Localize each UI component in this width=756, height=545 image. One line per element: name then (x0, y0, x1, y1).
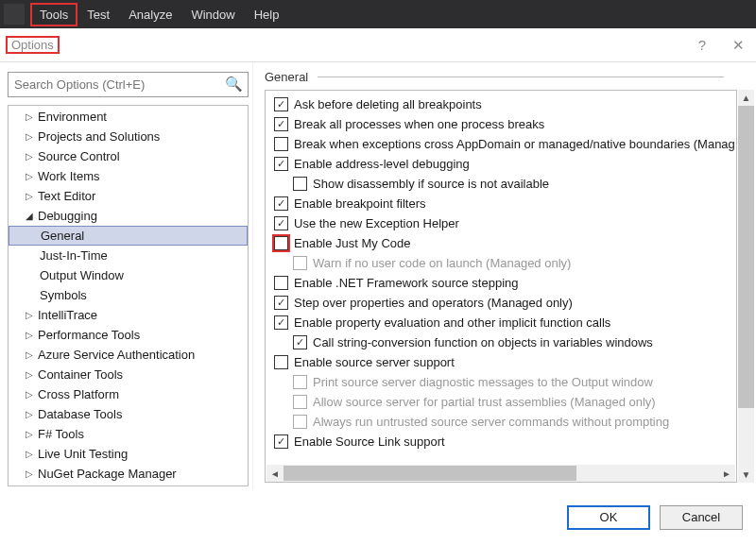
tree-item-label: Debugging (37, 209, 97, 223)
checkbox[interactable]: ✓ (274, 296, 288, 310)
checkbox[interactable]: ✓ (274, 117, 288, 131)
tree-item-environment[interactable]: ▷Environment (9, 107, 248, 127)
checkbox (293, 415, 307, 429)
dialog-footer: OK Cancel (0, 490, 756, 545)
tree-item-nuget-package-manager[interactable]: ▷NuGet Package Manager (9, 464, 248, 484)
option-row: ✓Ask before deleting all breakpoints (266, 94, 735, 114)
chevron-right-icon[interactable]: ▷ (26, 369, 37, 380)
tree-item-azure-service-authentication[interactable]: ▷Azure Service Authentication (9, 345, 248, 365)
checkbox[interactable] (274, 355, 288, 369)
tree-item-work-items[interactable]: ▷Work Items (9, 166, 248, 186)
menu-item-analyze[interactable]: Analyze (119, 3, 181, 26)
option-row: ✓Break all processes when one process br… (266, 114, 735, 134)
scroll-up-icon[interactable]: ▲ (738, 90, 754, 106)
section-title: General (265, 70, 308, 84)
tree-item-cross-platform[interactable]: ▷Cross Platform (9, 384, 248, 404)
menu-item-window[interactable]: Window (181, 3, 244, 26)
horizontal-scrollbar[interactable]: ◄ ► (266, 465, 735, 482)
chevron-right-icon[interactable]: ▷ (26, 389, 37, 400)
app-icon (4, 4, 25, 25)
chevron-right-icon[interactable]: ▷ (26, 468, 37, 479)
tree-item-debugging[interactable]: ◢Debugging (9, 206, 248, 226)
tree-item-label: Database Tools (37, 407, 122, 421)
section-rule (318, 77, 724, 77)
option-label: Enable Just My Code (294, 236, 411, 250)
chevron-right-icon[interactable]: ▷ (26, 349, 37, 360)
option-label: Use the new Exception Helper (294, 216, 459, 230)
tree-item-projects-and-solutions[interactable]: ▷Projects and Solutions (9, 127, 248, 146)
tree-item-label: Just-In-Time (39, 248, 108, 263)
chevron-down-icon[interactable]: ◢ (26, 211, 37, 221)
option-label: Enable source server support (294, 355, 455, 369)
option-row: Print source server diagnostic messages … (266, 372, 735, 392)
option-row: ✓Enable property evaluation and other im… (266, 313, 735, 332)
tree-item-just-in-time[interactable]: Just-In-Time (9, 246, 248, 265)
dialog-titlebar: Options ? ✕ (0, 28, 756, 62)
tree-item-database-tools[interactable]: ▷Database Tools (9, 404, 248, 424)
tree-item-label: Work Items (37, 169, 100, 183)
close-icon[interactable]: ✕ (732, 37, 745, 54)
chevron-right-icon[interactable]: ▷ (26, 310, 37, 320)
chevron-right-icon[interactable]: ▷ (26, 111, 37, 122)
option-label: Always run untrusted source server comma… (313, 415, 669, 429)
option-row: Warn if no user code on launch (Managed … (266, 253, 735, 273)
option-row: ✓Call string-conversion function on obje… (266, 332, 735, 352)
scrollbar-thumb[interactable] (284, 466, 576, 481)
option-label: Enable breakpoint filters (294, 196, 425, 211)
checkbox[interactable]: ✓ (274, 157, 288, 171)
category-tree[interactable]: ▷Environment▷Projects and Solutions▷Sour… (8, 105, 249, 486)
chevron-right-icon[interactable]: ▷ (26, 171, 37, 181)
ok-button[interactable]: OK (567, 505, 650, 530)
checkbox[interactable]: ✓ (293, 335, 307, 349)
checkbox[interactable]: ✓ (274, 315, 288, 330)
option-row: Allow source server for partial trust as… (266, 392, 735, 412)
option-row: Always run untrusted source server comma… (266, 412, 735, 432)
checkbox[interactable] (274, 137, 288, 151)
tree-item-output-window[interactable]: Output Window (9, 265, 248, 285)
chevron-right-icon[interactable]: ▷ (26, 151, 37, 162)
vertical-scrollbar[interactable]: ▲ ▼ (738, 90, 754, 483)
option-label: Enable address-level debugging (294, 157, 470, 171)
option-label: Break when exceptions cross AppDomain or… (294, 137, 735, 151)
scroll-right-icon[interactable]: ► (718, 468, 735, 479)
chevron-right-icon[interactable]: ▷ (26, 191, 37, 201)
scrollbar-thumb[interactable] (738, 106, 754, 408)
checkbox[interactable] (293, 177, 307, 191)
tree-item-performance-tools[interactable]: ▷Performance Tools (9, 325, 248, 345)
chevron-right-icon[interactable]: ▷ (26, 449, 37, 459)
menu-item-help[interactable]: Help (245, 3, 289, 26)
scroll-down-icon[interactable]: ▼ (738, 467, 754, 483)
tree-item-symbols[interactable]: Symbols (9, 285, 248, 305)
tree-item-intellitrace[interactable]: ▷IntelliTrace (9, 305, 248, 325)
options-panel: ✓Ask before deleting all breakpoints✓Bre… (265, 90, 737, 483)
option-label: Enable Source Link support (294, 434, 445, 449)
tree-item-live-unit-testing[interactable]: ▷Live Unit Testing (9, 444, 248, 464)
checkbox[interactable]: ✓ (274, 196, 288, 211)
tree-item-container-tools[interactable]: ▷Container Tools (9, 365, 248, 384)
tree-item-f-tools[interactable]: ▷F# Tools (9, 424, 248, 444)
chevron-right-icon[interactable]: ▷ (26, 131, 37, 142)
menu-item-tools[interactable]: Tools (30, 3, 77, 26)
search-input[interactable] (8, 72, 249, 97)
chevron-right-icon[interactable]: ▷ (26, 429, 37, 439)
option-row: ✓Use the new Exception Helper (266, 213, 735, 233)
tree-item-label: IntelliTrace (37, 308, 97, 322)
checkbox[interactable]: ✓ (274, 97, 288, 111)
cancel-button[interactable]: Cancel (660, 505, 743, 530)
checkbox[interactable]: ✓ (274, 216, 288, 230)
tree-item-text-editor[interactable]: ▷Text Editor (9, 186, 248, 206)
help-icon[interactable]: ? (698, 37, 706, 53)
chevron-right-icon[interactable]: ▷ (26, 330, 37, 340)
option-label: Enable .NET Framework source stepping (294, 276, 518, 290)
tree-item-source-control[interactable]: ▷Source Control (9, 146, 248, 166)
chevron-right-icon[interactable]: ▷ (26, 409, 37, 419)
checkbox[interactable]: ✓ (274, 434, 288, 449)
scroll-left-icon[interactable]: ◄ (266, 468, 284, 479)
checkbox[interactable] (274, 236, 288, 250)
tree-item-label: F# Tools (37, 427, 84, 441)
checkbox[interactable] (274, 276, 288, 290)
menu-item-test[interactable]: Test (77, 3, 119, 26)
tree-item-label: Cross Platform (37, 387, 119, 401)
tree-item-general[interactable]: General (9, 226, 248, 246)
section-header: General (265, 70, 754, 84)
